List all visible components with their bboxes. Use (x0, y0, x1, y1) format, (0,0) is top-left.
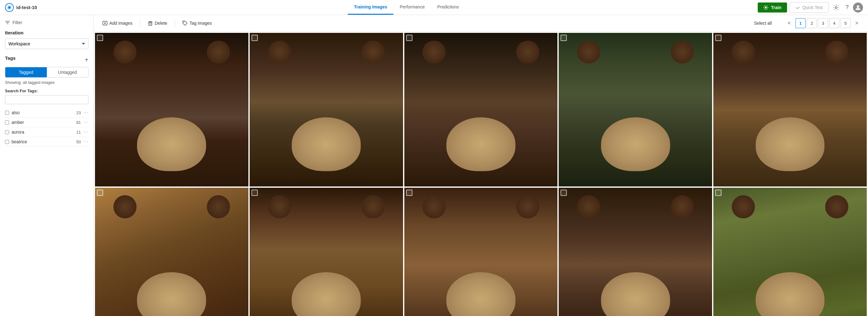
showing-text: Showing: all tagged images (5, 80, 88, 85)
delete-icon (148, 21, 153, 26)
pagination: < 1 2 3 4 5 > (784, 18, 862, 28)
eye-icon (5, 3, 14, 12)
list-item: aurora 11 ··· (5, 127, 88, 137)
filter-icon (5, 20, 10, 25)
help-icon: ? (845, 4, 849, 11)
gear-sparkle-icon (763, 5, 768, 10)
image-cell-7[interactable] (250, 188, 403, 316)
toolbar-divider-1 (140, 20, 140, 27)
tag-checkbox-amber[interactable] (5, 120, 9, 124)
tag-images-button[interactable]: Tag images (180, 20, 214, 27)
delete-button[interactable]: Delete (145, 20, 170, 27)
image-checkbox-10[interactable] (715, 190, 721, 196)
add-tag-button[interactable]: + (85, 57, 88, 63)
help-button[interactable]: ? (844, 2, 850, 12)
iteration-section-title: Iteration (5, 30, 88, 35)
add-images-icon (102, 21, 107, 26)
pagination-page-5[interactable]: 5 (840, 18, 850, 28)
tag-name-aurora: aurora (11, 130, 76, 135)
main-nav: Training Images Performance Predictions (60, 0, 753, 15)
svg-point-4 (835, 6, 837, 8)
tab-predictions[interactable]: Predictions (431, 0, 465, 15)
tags-header: Tags + (5, 55, 88, 64)
image-checkbox-5[interactable] (715, 35, 721, 41)
pagination-next[interactable]: > (852, 18, 862, 28)
quick-test-label: Quick Test (802, 5, 823, 10)
untagged-toggle-button[interactable]: Untagged (47, 67, 88, 77)
image-checkbox-2[interactable] (251, 35, 258, 41)
toolbar-divider-2 (175, 20, 175, 27)
image-cell-9[interactable] (559, 188, 712, 316)
pagination-prev[interactable]: < (784, 18, 794, 28)
delete-label: Delete (155, 21, 167, 26)
user-avatar[interactable] (853, 2, 863, 12)
tag-list: also 23 ··· amber 81 ··· aurora 11 ··· b… (5, 108, 88, 147)
image-cell-3[interactable] (404, 33, 558, 186)
image-cell-1[interactable] (95, 33, 248, 186)
pagination-page-1[interactable]: 1 (796, 18, 806, 28)
header-actions: Train Quick Test ? (758, 2, 863, 13)
tags-toggle: Tagged Untagged (5, 67, 88, 78)
tag-more-also[interactable]: ··· (84, 110, 88, 115)
project-title: id-test-10 (16, 5, 37, 10)
tag-count-beatrice: 50 (76, 140, 81, 144)
tag-name-beatrice: beatrice (11, 139, 76, 144)
sidebar: Filter Iteration Workspace Tags + Tagged… (0, 15, 94, 316)
tagged-toggle-button[interactable]: Tagged (5, 67, 47, 77)
tag-count-also: 23 (76, 110, 81, 115)
app-logo: id-test-10 (5, 3, 55, 12)
image-checkbox-7[interactable] (251, 190, 258, 196)
image-checkbox-1[interactable] (97, 35, 103, 41)
image-checkbox-9[interactable] (561, 190, 567, 196)
tag-icon (183, 21, 187, 26)
image-grid (94, 32, 868, 316)
train-button[interactable]: Train (758, 2, 787, 12)
tag-count-amber: 81 (76, 120, 81, 125)
image-checkbox-4[interactable] (561, 35, 567, 41)
svg-point-3 (765, 6, 767, 8)
select-all-button[interactable]: Select all (751, 20, 774, 27)
image-cell-4[interactable] (559, 33, 712, 186)
search-for-tags-label: Search For Tags: (5, 89, 88, 93)
iteration-dropdown[interactable]: Workspace (5, 38, 88, 49)
filter-label: Filter (12, 20, 22, 25)
image-checkbox-3[interactable] (406, 35, 412, 41)
tag-more-amber[interactable]: ··· (84, 119, 88, 125)
list-item: amber 81 ··· (5, 118, 88, 127)
tag-checkbox-beatrice[interactable] (5, 140, 9, 144)
image-cell-5[interactable] (713, 33, 867, 186)
avatar-icon (855, 4, 861, 11)
image-cell-6[interactable] (95, 188, 248, 316)
svg-point-5 (857, 5, 859, 8)
tag-more-aurora[interactable]: ··· (84, 129, 88, 135)
tag-checkbox-aurora[interactable] (5, 130, 9, 134)
main-layout: Filter Iteration Workspace Tags + Tagged… (0, 15, 868, 316)
settings-icon (833, 4, 839, 11)
tab-performance[interactable]: Performance (393, 0, 431, 15)
add-images-button[interactable]: Add images (100, 20, 135, 27)
image-cell-10[interactable] (713, 188, 867, 316)
image-cell-2[interactable] (250, 33, 403, 186)
checkmark-icon (796, 5, 800, 10)
search-tags-input[interactable] (5, 95, 88, 104)
content-area: Add images Delete Tag images (94, 15, 868, 316)
pagination-page-3[interactable]: 3 (818, 18, 828, 28)
image-checkbox-8[interactable] (406, 190, 412, 196)
tag-checkbox-also[interactable] (5, 111, 9, 115)
tab-training-images[interactable]: Training Images (348, 0, 394, 15)
pagination-page-2[interactable]: 2 (807, 18, 817, 28)
tag-name-also: also (11, 110, 76, 115)
pagination-page-4[interactable]: 4 (829, 18, 839, 28)
svg-point-16 (184, 22, 184, 22)
image-checkbox-6[interactable] (97, 190, 103, 196)
tags-section-title: Tags (5, 55, 16, 61)
image-cell-8[interactable] (404, 188, 558, 316)
list-item: beatrice 50 ··· (5, 137, 88, 147)
tag-count-aurora: 11 (76, 130, 81, 135)
train-label: Train (771, 5, 781, 10)
quick-test-button[interactable]: Quick Test (789, 2, 829, 13)
image-toolbar: Add images Delete Tag images (94, 15, 868, 32)
settings-button[interactable] (831, 2, 841, 12)
tag-more-beatrice[interactable]: ··· (84, 139, 88, 145)
filter-button[interactable]: Filter (5, 20, 88, 25)
